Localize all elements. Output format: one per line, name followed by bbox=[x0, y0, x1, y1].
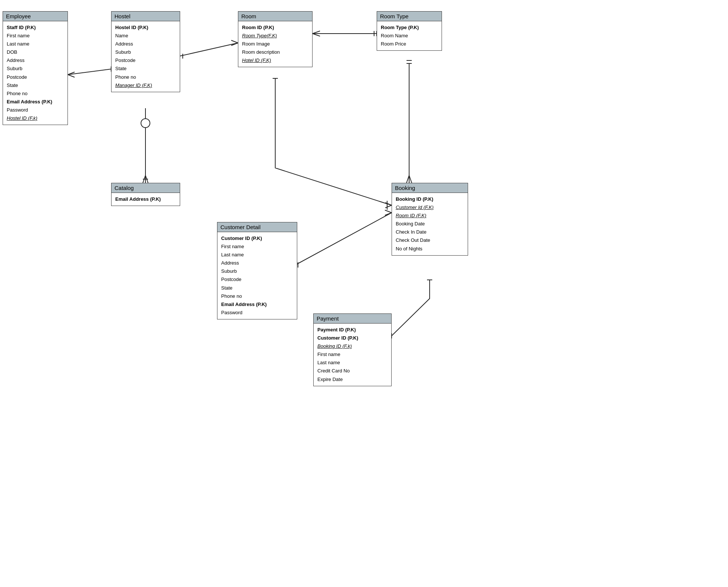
entity-payment-body: Payment ID (P.K) Customer ID (P.K) Booki… bbox=[314, 324, 391, 386]
entity-catalog: Catalog Email Address (P.K) bbox=[111, 183, 180, 206]
field-room-type-fk: Room Type(F.K) bbox=[242, 32, 308, 40]
field-first-name: First name bbox=[317, 350, 387, 359]
field-hostel-id-pk: Hostel ID (P.K) bbox=[115, 24, 176, 32]
entity-room-body: Room ID (P.K) Room Type(F.K) Room Image … bbox=[238, 21, 312, 67]
field-room-id-fk: Room ID (F.K) bbox=[396, 212, 464, 220]
field-last-name: Last name bbox=[317, 359, 387, 367]
field-checkin: Check In Date bbox=[396, 228, 464, 236]
field-state: State bbox=[221, 284, 293, 292]
field-phone: Phone no bbox=[221, 292, 293, 300]
field-state: State bbox=[115, 65, 176, 73]
entity-employee-header: Employee bbox=[3, 12, 68, 21]
entity-customer: Customer Detail Customer ID (P.K) First … bbox=[217, 222, 297, 319]
svg-line-20 bbox=[385, 203, 392, 205]
field-email: Email Address (P.K) bbox=[7, 98, 64, 106]
field-room-image: Room Image bbox=[242, 40, 308, 48]
field-email-pk: Email Address (P.K) bbox=[115, 195, 176, 203]
field-suburb: Suburb bbox=[221, 267, 293, 275]
entity-room: Room Room ID (P.K) Room Type(F.K) Room I… bbox=[238, 11, 313, 67]
field-first-name: First name bbox=[7, 32, 64, 40]
field-address: Address bbox=[221, 259, 293, 267]
field-room-description: Room description bbox=[242, 48, 308, 56]
svg-line-7 bbox=[143, 175, 145, 183]
field-name: Name bbox=[115, 32, 176, 40]
svg-line-32 bbox=[409, 175, 412, 183]
field-dob: DOB bbox=[7, 48, 64, 56]
field-first-name: First name bbox=[221, 243, 293, 251]
field-postcode: Postcode bbox=[115, 56, 176, 65]
svg-line-12 bbox=[231, 40, 238, 43]
svg-line-21 bbox=[385, 205, 392, 208]
field-nights: No of Nights bbox=[396, 245, 464, 253]
entity-hostel-body: Hostel ID (P.K) Name Address Suburb Post… bbox=[112, 21, 180, 92]
field-credit-card: Credit Card No bbox=[317, 367, 387, 375]
field-booking-id-fk: Booking ID (F.k) bbox=[317, 342, 387, 350]
field-room-name: Room Name bbox=[381, 32, 438, 40]
field-suburb: Suburb bbox=[115, 48, 176, 56]
svg-line-1 bbox=[68, 72, 75, 75]
entity-room-header: Room bbox=[238, 12, 312, 21]
field-customer-id-fk: Customer Id (F.K) bbox=[396, 203, 464, 212]
field-phone: Phone no bbox=[7, 90, 64, 98]
field-password: Password bbox=[7, 106, 64, 114]
field-booking-id: Booking ID (P.K) bbox=[396, 195, 464, 203]
entity-hostel: Hostel Hostel ID (P.K) Name Address Subu… bbox=[111, 11, 180, 92]
field-last-name: Last name bbox=[221, 251, 293, 259]
entity-employee-body: Staff ID (P.K) First name Last name DOB … bbox=[3, 21, 68, 125]
field-expire: Expire Date bbox=[317, 375, 387, 384]
entity-hostel-header: Hostel bbox=[112, 12, 180, 21]
svg-line-10 bbox=[180, 43, 238, 56]
svg-line-26 bbox=[385, 210, 392, 213]
field-room-id: Room ID (P.K) bbox=[242, 24, 308, 32]
svg-line-8 bbox=[145, 175, 148, 183]
entity-payment: Payment Payment ID (P.K) Customer ID (P.… bbox=[313, 313, 392, 386]
entity-customer-header: Customer Detail bbox=[217, 222, 297, 232]
entity-roomtype-body: Room Type (P.K) Room Name Room Price bbox=[377, 21, 442, 50]
field-address: Address bbox=[7, 56, 64, 65]
field-password: Password bbox=[221, 309, 293, 317]
field-roomtype-pk: Room Type (P.K) bbox=[381, 24, 438, 32]
entity-booking-header: Booking bbox=[392, 183, 468, 193]
svg-line-15 bbox=[313, 31, 320, 34]
entity-catalog-header: Catalog bbox=[112, 183, 180, 193]
field-booking-date: Booking Date bbox=[396, 220, 464, 228]
entity-payment-header: Payment bbox=[314, 314, 391, 324]
entity-catalog-body: Email Address (P.K) bbox=[112, 193, 180, 206]
field-staff-id: Staff ID (P.K) bbox=[7, 24, 64, 32]
svg-line-31 bbox=[407, 175, 409, 183]
entity-booking-body: Booking ID (P.K) Customer Id (F.K) Room … bbox=[392, 193, 468, 255]
field-postcode: Postcode bbox=[221, 275, 293, 284]
svg-line-0 bbox=[68, 69, 111, 75]
field-email-pk: Email Address (P.K) bbox=[221, 300, 293, 309]
field-state: State bbox=[7, 81, 64, 90]
field-hotel-id-fk: Hotel ID (F.K) bbox=[242, 56, 308, 65]
svg-point-6 bbox=[141, 119, 150, 128]
svg-line-2 bbox=[68, 75, 75, 77]
entity-roomtype: Room Type Room Type (P.K) Room Name Room… bbox=[377, 11, 442, 51]
field-last-name: Last name bbox=[7, 40, 64, 48]
entity-booking: Booking Booking ID (P.K) Customer Id (F.… bbox=[392, 183, 468, 256]
field-postcode: Postcode bbox=[7, 73, 64, 81]
field-room-price: Room Price bbox=[381, 40, 438, 48]
field-suburb: Suburb bbox=[7, 65, 64, 73]
field-hostel-id: Hostel ID (F.k) bbox=[7, 114, 64, 122]
field-payment-id: Payment ID (P.K) bbox=[317, 326, 387, 334]
entity-customer-body: Customer ID (P.K) First name Last name A… bbox=[217, 232, 297, 319]
field-customer-id-pk: Customer ID (P.K) bbox=[317, 334, 387, 342]
field-phone: Phone no bbox=[115, 73, 176, 81]
svg-line-23 bbox=[295, 213, 392, 265]
entity-employee: Employee Staff ID (P.K) First name Last … bbox=[3, 11, 68, 125]
entity-roomtype-header: Room Type bbox=[377, 12, 442, 21]
svg-line-27 bbox=[385, 213, 392, 215]
field-address: Address bbox=[115, 40, 176, 48]
svg-line-16 bbox=[313, 34, 320, 36]
field-checkout: Check Out Date bbox=[396, 236, 464, 244]
field-customer-id: Customer ID (P.K) bbox=[221, 234, 293, 243]
field-manager-id: Manager ID (F.K) bbox=[115, 81, 176, 90]
svg-line-13 bbox=[231, 43, 238, 46]
